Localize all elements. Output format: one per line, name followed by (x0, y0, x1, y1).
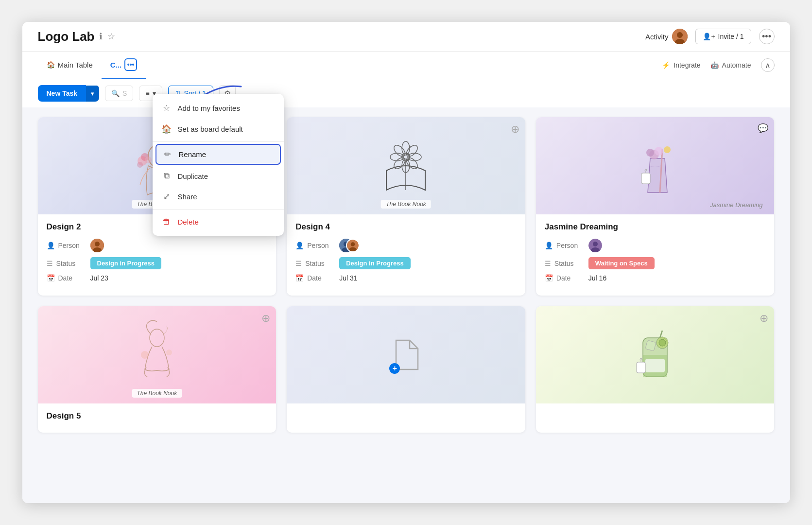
card-body-6 (536, 403, 775, 420)
duplicate-icon: ⧉ (161, 171, 172, 181)
info-icon[interactable]: ℹ (99, 31, 103, 42)
menu-item-add-favorites[interactable]: ☆ Add to my favorites (153, 98, 284, 119)
plus-circle-icon[interactable]: + (389, 363, 400, 374)
set-board-default-label: Set as board default (178, 125, 243, 133)
card-title-3: Jasmine Dreaming (545, 222, 766, 232)
home-icon: 🏠 (47, 61, 55, 69)
status-value-2: Design in Progress (339, 257, 517, 269)
svg-point-25 (351, 242, 355, 246)
date-label-1: 📅 Date (47, 274, 90, 282)
automate-icon: 🤖 (710, 61, 719, 69)
duplicate-label: Duplicate (178, 172, 208, 180)
context-menu: ☆ Add to my favorites 🏠 Set as board def… (153, 94, 284, 236)
search-button[interactable]: 🔍 S (105, 86, 133, 101)
date-value-2: Jul 31 (339, 274, 517, 282)
card-field-person-2: 👤 Person (295, 239, 517, 252)
card-image-2: ⊕ (287, 117, 525, 214)
rename-label: Rename (179, 150, 207, 158)
calendar-icon-3: 📅 (545, 274, 553, 282)
invite-label: Invite / 1 (718, 33, 744, 40)
calendar-icon-1: 📅 (47, 274, 55, 282)
svg-point-29 (646, 149, 654, 157)
card-image-5: + (287, 306, 525, 403)
svg-point-7 (145, 157, 152, 163)
status-value-1: Design in Progress (90, 257, 268, 269)
svg-point-46 (659, 339, 666, 346)
svg-rect-32 (641, 173, 650, 184)
date-value-1: Jul 23 (90, 274, 268, 282)
menu-item-rename[interactable]: ✏ Rename (155, 144, 281, 165)
svg-point-38 (150, 329, 164, 347)
main-table-label: Main Table (58, 61, 93, 69)
card-chat-icon-3[interactable]: 💬 (758, 123, 768, 134)
activity-label: Activity (645, 33, 669, 41)
invite-button[interactable]: 👤+ Invite / 1 (695, 29, 751, 44)
tab-more-button[interactable]: ••• (124, 58, 137, 71)
app-window: Logo Lab ℹ ☆ Activity 👤+ Invite / 1 (22, 22, 790, 503)
card-field-date-1: 📅 Date Jul 23 (47, 274, 268, 282)
filter-icon: ≡ (145, 89, 149, 97)
status-value-3: Waiting on Specs (588, 257, 766, 269)
date-value-3: Jul 16 (588, 274, 766, 282)
cards-area: ⊕ The Book Nook (22, 107, 790, 503)
status-label-3: ☰ Status (545, 260, 588, 267)
integrate-icon: ⚡ (662, 61, 670, 69)
tab-main-table[interactable]: 🏠 Main Table (38, 54, 102, 77)
person-label-2: 👤 Person (295, 242, 339, 249)
svg-point-13 (405, 143, 420, 158)
card-art-4 (118, 316, 196, 394)
card-add-icon-4[interactable]: ⊕ (261, 312, 270, 325)
jasmine-label-3: Jasmine Dreaming (710, 201, 762, 209)
card-body-3: Jasmine Dreaming 👤 Person (536, 214, 775, 296)
share-label: Share (178, 192, 197, 201)
card-add-icon-6[interactable]: ⊕ (760, 312, 768, 325)
card-body-5 (287, 403, 525, 420)
calendar-icon-2: 📅 (295, 274, 304, 282)
tab-second[interactable]: C... ••• (102, 52, 146, 79)
card-image-4: ⊕ (38, 306, 276, 403)
card-art-6 (616, 316, 694, 394)
star-icon[interactable]: ☆ (107, 31, 115, 42)
person-value-3 (588, 239, 766, 252)
user-avatar (672, 29, 688, 44)
header: Logo Lab ℹ ☆ Activity 👤+ Invite / 1 (22, 22, 790, 52)
menu-item-set-board-default[interactable]: 🏠 Set as board default (153, 119, 284, 140)
automate-label: Automate (722, 61, 751, 69)
svg-point-19 (392, 143, 407, 158)
trash-icon: 🗑 (161, 217, 172, 227)
chevron-up-icon: ∧ (765, 61, 771, 70)
svg-point-20 (402, 153, 410, 161)
more-options-button[interactable]: ••• (759, 29, 775, 44)
second-tab-label: C... (110, 61, 121, 69)
svg-point-10 (95, 242, 100, 246)
status-icon-1: ☰ (47, 260, 53, 267)
header-right: Activity 👤+ Invite / 1 ••• (645, 29, 775, 44)
svg-point-40 (166, 350, 172, 355)
new-task-button[interactable]: New Task ▾ (38, 85, 100, 102)
menu-item-share[interactable]: ⤢ Share (153, 186, 284, 207)
date-label-2: 📅 Date (295, 274, 339, 282)
tabs-right: ⚡ Integrate 🤖 Automate ∧ (662, 58, 774, 72)
automate-button[interactable]: 🤖 Automate (710, 61, 751, 69)
activity-button[interactable]: Activity (645, 29, 688, 44)
add-file-icon[interactable]: + (391, 338, 420, 372)
card-add-icon-2[interactable]: ⊕ (511, 123, 519, 136)
status-icon-3: ☰ (545, 260, 551, 267)
tabs-row: 🏠 Main Table C... ••• ⚡ Integrate 🤖 Auto… (22, 52, 790, 79)
home-icon: 🏠 (161, 124, 172, 134)
menu-item-duplicate[interactable]: ⧉ Duplicate (153, 166, 284, 186)
person-avatar-2b (346, 239, 360, 252)
new-task-main-button[interactable]: New Task (38, 85, 86, 102)
book-nook-label-4: The Book Nook (132, 389, 182, 398)
integrate-button[interactable]: ⚡ Integrate (662, 61, 700, 69)
book-nook-label-2: The Book Nook (381, 200, 431, 209)
svg-point-15 (405, 156, 420, 171)
edit-icon: ✏ (162, 149, 173, 159)
menu-item-delete[interactable]: 🗑 Delete (153, 211, 284, 232)
invite-icon: 👤+ (703, 33, 715, 40)
card-image-6: ⊕ (536, 306, 775, 403)
card-art-2 (367, 132, 445, 200)
search-label: S (122, 89, 127, 97)
collapse-button[interactable]: ∧ (761, 58, 775, 72)
new-task-caret-button[interactable]: ▾ (86, 86, 99, 102)
